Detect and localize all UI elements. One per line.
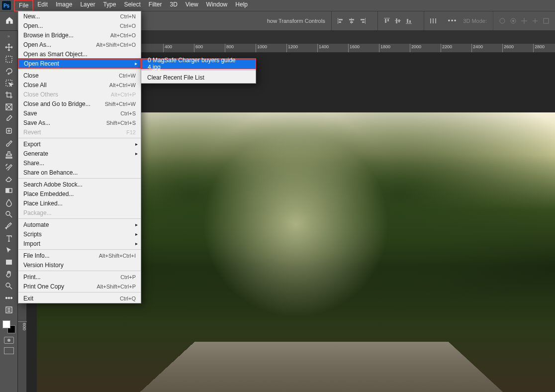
more-options-icon[interactable]: •••: [448, 17, 458, 24]
file-menu-open[interactable]: Open...Ctrl+O: [18, 21, 141, 30]
menu-separator: [18, 69, 141, 70]
file-menu-automate[interactable]: Automate: [18, 220, 141, 229]
align-top-icon[interactable]: [383, 17, 391, 25]
tool-pen[interactable]: [2, 220, 16, 232]
foreground-color-swatch[interactable]: [2, 320, 10, 328]
collapse-icon[interactable]: »: [7, 34, 10, 39]
menu-separator: [18, 249, 141, 250]
tool-crop[interactable]: [2, 89, 16, 101]
screen-mode-icon[interactable]: [4, 347, 14, 354]
tool-stamp[interactable]: [2, 149, 16, 161]
menu-help[interactable]: Help: [231, 0, 252, 11]
align-bottom-icon[interactable]: [405, 17, 413, 25]
home-icon[interactable]: [5, 16, 14, 26]
menu-filter[interactable]: Filter: [145, 0, 166, 11]
file-menu-export[interactable]: Export: [18, 139, 141, 149]
svg-rect-3: [351, 18, 352, 24]
svg-rect-8: [362, 21, 365, 23]
file-menu-browse-in-bridge[interactable]: Browse in Bridge...Alt+Ctrl+O: [18, 30, 141, 40]
tool-type[interactable]: [2, 232, 16, 244]
file-menu-save-as[interactable]: Save As...Shift+Ctrl+S: [18, 118, 141, 127]
file-menu-close-all[interactable]: Close AllAlt+Ctrl+W: [18, 80, 141, 90]
tool-more[interactable]: [2, 292, 16, 304]
svg-point-35: [8, 297, 9, 299]
menu-select[interactable]: Select: [120, 0, 144, 11]
tool-move[interactable]: [2, 41, 16, 53]
3d-roll-icon[interactable]: [509, 17, 517, 25]
menu-file[interactable]: File: [14, 0, 33, 11]
menu-3d[interactable]: 3D: [166, 0, 181, 11]
menu-item-shortcut: Alt+Shift+Ctrl+O: [96, 42, 136, 48]
3d-slide-icon[interactable]: [531, 17, 539, 25]
file-menu-open-as[interactable]: Open As...Alt+Shift+Ctrl+O: [18, 40, 141, 49]
menu-window[interactable]: Window: [202, 0, 232, 11]
color-swatches[interactable]: [2, 320, 15, 333]
app-logo: Ps: [2, 1, 11, 10]
tool-frame[interactable]: [2, 101, 16, 113]
file-menu-file-info[interactable]: File Info...Alt+Shift+Ctrl+I: [18, 251, 141, 260]
svg-point-36: [10, 297, 12, 299]
tool-history-brush[interactable]: [2, 161, 16, 173]
svg-rect-19: [433, 18, 434, 23]
svg-rect-5: [350, 21, 353, 23]
tool-rectangle[interactable]: [2, 256, 16, 268]
file-menu-exit[interactable]: ExitCtrl+Q: [18, 294, 141, 303]
tool-heal[interactable]: [2, 125, 16, 137]
file-menu-close[interactable]: CloseCtrl+W: [18, 71, 141, 80]
menu-view[interactable]: View: [182, 0, 202, 11]
file-menu-print[interactable]: Print...Ctrl+P: [18, 272, 141, 282]
tool-zoom[interactable]: [2, 280, 16, 292]
svg-point-33: [6, 283, 10, 287]
menu-edit[interactable]: Edit: [33, 0, 52, 11]
menu-item-shortcut: Alt+Ctrl+O: [110, 32, 136, 38]
file-menu-share[interactable]: Share...: [18, 158, 141, 168]
tool-eyedropper[interactable]: [2, 113, 16, 125]
tool-marquee[interactable]: [2, 53, 16, 65]
tool-edit-toolbar[interactable]: [2, 304, 16, 316]
file-menu-new[interactable]: New...Ctrl+N: [18, 11, 141, 21]
file-menu-place-linked[interactable]: Place Linked...: [18, 198, 141, 208]
menu-image[interactable]: Image: [52, 0, 76, 11]
svg-rect-15: [406, 23, 412, 24]
file-menu-print-one-copy[interactable]: Print One CopyAlt+Shift+Ctrl+P: [18, 282, 141, 291]
align-right-icon[interactable]: [359, 17, 367, 25]
tool-brush[interactable]: [2, 137, 16, 149]
align-left-icon[interactable]: [337, 17, 345, 25]
file-menu-place-embedded[interactable]: Place Embedded...: [18, 189, 141, 198]
tool-object-select[interactable]: [2, 77, 16, 89]
svg-rect-9: [384, 18, 390, 18]
tool-gradient[interactable]: [2, 185, 16, 196]
3d-orbit-icon[interactable]: [498, 17, 506, 25]
tool-path-select[interactable]: [2, 244, 16, 256]
ruler-h-tick: 2800: [533, 44, 545, 53]
file-menu-close-and-go-to-bridge[interactable]: Close and Go to Bridge...Shift+Ctrl+W: [18, 99, 141, 108]
align-vcenter-icon[interactable]: [394, 17, 402, 25]
file-menu-share-on-behance[interactable]: Share on Behance...: [18, 168, 141, 177]
distribute-icon[interactable]: [429, 17, 437, 25]
quick-mask-icon[interactable]: [4, 337, 14, 344]
file-menu-open-as-smart-object[interactable]: Open as Smart Object...: [18, 49, 141, 59]
3d-mode-label: 3D Mode:: [463, 18, 487, 24]
file-menu: New...Ctrl+NOpen...Ctrl+OBrowse in Bridg…: [18, 11, 141, 303]
tool-lasso[interactable]: [2, 65, 16, 77]
3d-pan-icon[interactable]: [520, 17, 528, 25]
file-menu-save[interactable]: SaveCtrl+S: [18, 108, 141, 118]
3d-scale-icon[interactable]: [542, 17, 550, 25]
align-hcenter-icon[interactable]: [348, 17, 356, 25]
menu-type[interactable]: Type: [99, 0, 120, 11]
file-menu-import[interactable]: Import: [18, 239, 141, 248]
tool-eraser[interactable]: [2, 173, 16, 185]
file-menu-open-recent[interactable]: Open Recent: [18, 58, 141, 69]
tool-blur[interactable]: [2, 196, 16, 208]
menu-item-label: Package...: [23, 209, 136, 216]
file-menu-scripts[interactable]: Scripts: [18, 229, 141, 239]
recent-file-item[interactable]: 0 MagSafe Charger buyers guide 4.jpg: [141, 58, 256, 69]
file-menu-version-history[interactable]: Version History: [18, 260, 141, 270]
tool-hand[interactable]: [2, 268, 16, 280]
file-menu-generate[interactable]: Generate: [18, 149, 141, 158]
ruler-h-tick: 1800: [379, 44, 390, 53]
file-menu-search-adobe-stock[interactable]: Search Adobe Stock...: [18, 180, 141, 189]
menu-layer[interactable]: Layer: [76, 0, 99, 11]
tool-dodge[interactable]: [2, 208, 16, 220]
clear-recent-files[interactable]: Clear Recent File List: [141, 72, 256, 83]
